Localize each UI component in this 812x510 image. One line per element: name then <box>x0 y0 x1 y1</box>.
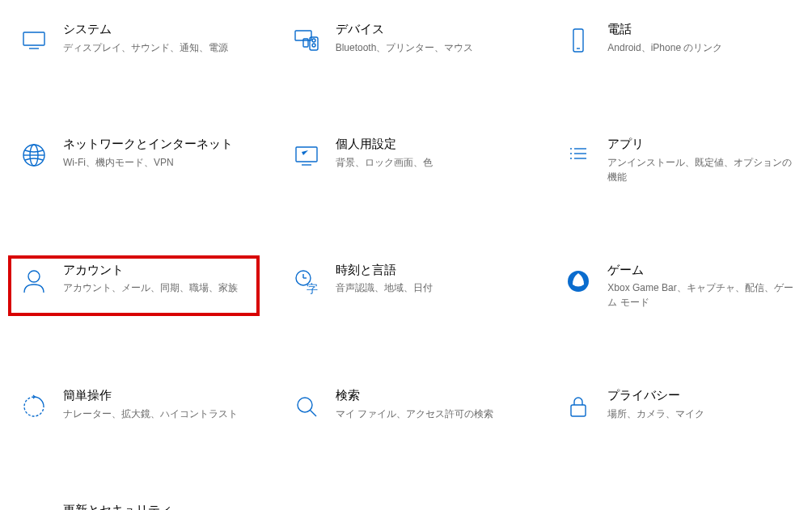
accounts-icon <box>16 263 52 299</box>
tile-title: 簡単操作 <box>63 387 252 403</box>
settings-tile-devices[interactable]: デバイスBluetooth、プリンター、マウス <box>284 18 529 61</box>
svg-line-27 <box>310 410 316 416</box>
tile-title: システム <box>63 21 252 37</box>
settings-tile-time[interactable]: 字時刻と言語音声認識、地域、日付 <box>284 259 529 314</box>
settings-tile-update[interactable]: 更新とセキュリティWindows Update、回復、バックアップ <box>11 499 256 510</box>
svg-point-6 <box>312 44 315 47</box>
apps-icon <box>560 137 596 173</box>
settings-tile-search[interactable]: 検索マイ ファイル、アクセス許可の検索 <box>284 384 529 428</box>
tile-description: Bluetooth、プリンター、マウス <box>336 40 524 55</box>
tile-title: 電話 <box>607 21 796 37</box>
tile-title: ゲーム <box>607 262 796 278</box>
tile-description: 音声認識、地域、日付 <box>336 280 524 295</box>
svg-rect-0 <box>23 32 44 45</box>
ease-icon <box>16 389 52 424</box>
tile-title: ネットワークとインターネット <box>63 136 252 152</box>
svg-text:字: 字 <box>307 282 318 295</box>
tile-title: アカウント <box>63 262 252 278</box>
update-icon <box>16 504 52 510</box>
settings-tile-phone[interactable]: 電話Android、iPhone のリンク <box>556 18 801 61</box>
tile-description: ディスプレイ、サウンド、通知、電源 <box>63 40 252 55</box>
tile-description: 場所、カメラ、マイク <box>607 407 796 421</box>
tile-title: 更新とセキュリティ <box>63 502 252 510</box>
tile-title: プライバシー <box>607 387 796 403</box>
svg-rect-12 <box>296 147 317 162</box>
privacy-icon <box>560 389 596 424</box>
time-icon: 字 <box>289 263 324 299</box>
settings-tile-privacy[interactable]: プライバシー場所、カメラ、マイク <box>556 384 801 428</box>
gaming-icon <box>560 263 596 299</box>
tile-description: Xbox Game Bar、キャプチャ、配信、ゲーム モード <box>607 280 796 310</box>
tile-description: Android、iPhone のリンク <box>607 40 796 55</box>
tile-title: 個人用設定 <box>336 136 524 152</box>
tile-title: 検索 <box>336 387 524 403</box>
system-icon <box>16 23 52 58</box>
tile-title: 時刻と言語 <box>336 262 524 278</box>
devices-icon <box>289 23 324 58</box>
settings-tile-network[interactable]: ネットワークとインターネットWi-Fi、機内モード、VPN <box>11 133 256 188</box>
svg-point-20 <box>28 271 40 282</box>
tile-description: アカウント、メール、同期、職場、家族 <box>63 280 252 295</box>
tile-description: ナレーター、拡大鏡、ハイコントラスト <box>63 407 252 421</box>
search-icon <box>289 389 324 424</box>
settings-tile-apps[interactable]: アプリアンインストール、既定値、オプションの機能 <box>556 133 801 188</box>
settings-tile-gaming[interactable]: ゲームXbox Game Bar、キャプチャ、配信、ゲーム モード <box>556 259 801 314</box>
phone-icon <box>560 23 596 58</box>
tile-description: Wi-Fi、機内モード、VPN <box>63 155 252 170</box>
settings-tile-personal[interactable]: 個人用設定背景、ロック画面、色 <box>284 133 529 188</box>
tile-title: アプリ <box>607 136 796 152</box>
svg-rect-28 <box>571 405 586 416</box>
svg-point-5 <box>312 39 315 42</box>
tile-description: マイ ファイル、アクセス許可の検索 <box>336 407 524 421</box>
network-icon <box>16 137 52 173</box>
settings-tile-ease[interactable]: 簡単操作ナレーター、拡大鏡、ハイコントラスト <box>11 384 256 428</box>
tile-title: デバイス <box>336 21 524 37</box>
settings-tile-system[interactable]: システムディスプレイ、サウンド、通知、電源 <box>11 18 256 61</box>
tile-description: 背景、ロック画面、色 <box>336 155 524 170</box>
tile-description: アンインストール、既定値、オプションの機能 <box>607 155 796 184</box>
settings-tile-accounts[interactable]: アカウントアカウント、メール、同期、職場、家族 <box>11 259 256 314</box>
personal-icon <box>289 137 324 173</box>
